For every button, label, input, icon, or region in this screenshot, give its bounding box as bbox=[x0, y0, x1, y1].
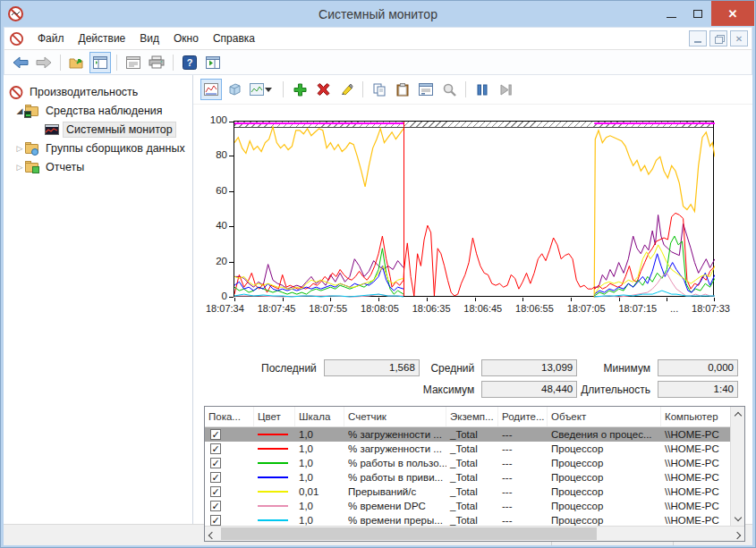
vertical-scrollbar[interactable] bbox=[730, 407, 744, 526]
show-checkbox[interactable]: ✓ bbox=[210, 429, 221, 440]
column-header-2[interactable]: Шкала bbox=[295, 407, 344, 426]
parent-cell: --- bbox=[498, 485, 548, 499]
parent-cell: --- bbox=[498, 427, 548, 442]
freeze-display-button[interactable] bbox=[471, 79, 493, 100]
tree-item-performance[interactable]: Производительность bbox=[4, 82, 192, 101]
reports-folder-icon bbox=[25, 161, 39, 173]
expander-collapsed-icon[interactable]: ▷ bbox=[14, 144, 25, 153]
mdi-close-button[interactable]: ✕ bbox=[730, 30, 748, 46]
color-swatch bbox=[258, 448, 288, 450]
color-swatch bbox=[258, 505, 288, 507]
help-button[interactable]: ? bbox=[179, 52, 200, 73]
tree-item-reports[interactable]: ▷ Отчеты bbox=[4, 157, 192, 176]
x-axis-tick bbox=[378, 298, 379, 301]
computer-cell: \\HOME-PC bbox=[661, 427, 737, 442]
color-cell bbox=[254, 442, 295, 456]
highlighter-icon bbox=[340, 83, 353, 96]
minimize-button[interactable] bbox=[658, 1, 684, 26]
counter-row[interactable]: ✓0,01Прерываний/с_Total---Процессор\\HOM… bbox=[205, 485, 744, 499]
tree-item-system-monitor[interactable]: Системный монитор bbox=[4, 120, 192, 139]
counter-cell: Прерываний/с bbox=[344, 485, 446, 499]
highlight-button[interactable] bbox=[336, 79, 357, 100]
properties-button[interactable] bbox=[123, 52, 144, 73]
chart-properties-button[interactable] bbox=[415, 79, 437, 100]
console-tree: Производительность ◢ Средства наблюдения… bbox=[4, 75, 193, 524]
back-button[interactable] bbox=[10, 52, 31, 73]
counter-row[interactable]: ✓1,0% времени DPC_Total---Процессор\\HOM… bbox=[205, 499, 744, 513]
instance-cell: _Total bbox=[446, 499, 498, 513]
tree-item-label: Группы сборщиков данных bbox=[43, 141, 188, 156]
scrollbar-thumb[interactable] bbox=[221, 527, 597, 540]
zoom-button[interactable] bbox=[438, 79, 460, 100]
view-log-data-button[interactable] bbox=[224, 79, 245, 100]
chart-type-button[interactable] bbox=[247, 79, 277, 100]
horizontal-scrollbar[interactable] bbox=[205, 526, 744, 541]
show-checkbox[interactable]: ✓ bbox=[210, 443, 221, 454]
copy-properties-button[interactable] bbox=[369, 79, 390, 100]
chart-plot-area[interactable] bbox=[234, 121, 714, 297]
menu-действие[interactable]: Действие bbox=[72, 29, 133, 48]
color-swatch bbox=[258, 462, 288, 464]
column-header-3[interactable]: Счетчик bbox=[344, 407, 446, 426]
series-gold bbox=[234, 127, 403, 187]
show-checkbox[interactable]: ✓ bbox=[210, 472, 221, 483]
pause-icon bbox=[477, 84, 488, 96]
counter-row[interactable]: ✓1,0% работы в пользо..._Total---Процесс… bbox=[205, 456, 744, 470]
counter-row[interactable]: ✓1,0% времени преры..._Total---Процессор… bbox=[205, 513, 744, 526]
minimum-label: Минимум bbox=[581, 362, 654, 375]
y-axis-tick bbox=[229, 191, 234, 192]
instance-cell: _Total bbox=[446, 442, 498, 456]
paste-counter-list-button[interactable] bbox=[392, 79, 413, 100]
menu-окно[interactable]: Окно bbox=[166, 29, 206, 48]
x-axis-label: 18:07:15 bbox=[618, 303, 657, 314]
column-header-7[interactable]: Компьютер bbox=[661, 407, 737, 426]
add-counter-button[interactable] bbox=[289, 79, 310, 100]
show-checkbox[interactable]: ✓ bbox=[210, 515, 221, 526]
counter-row[interactable]: ✓1,0% загруженности ..._Total---Процессо… bbox=[205, 442, 744, 456]
scale-cell: 0,01 bbox=[295, 485, 344, 499]
scroll-down-icon[interactable] bbox=[731, 512, 744, 522]
close-button[interactable]: ✕ bbox=[711, 1, 754, 26]
mdi-minimize-button[interactable] bbox=[689, 30, 707, 46]
update-data-button[interactable] bbox=[495, 79, 516, 100]
menu-справка[interactable]: Справка bbox=[206, 29, 262, 48]
counter-row[interactable]: ✓1,0% загруженности ..._Total---Сведения… bbox=[205, 427, 744, 442]
expander-collapsed-icon[interactable]: ▷ bbox=[14, 163, 25, 172]
chevron-down-icon bbox=[265, 88, 272, 92]
maximize-button[interactable] bbox=[684, 1, 711, 26]
toolbar-separator bbox=[283, 81, 284, 97]
scroll-up-icon[interactable] bbox=[731, 410, 744, 420]
color-cell bbox=[254, 470, 295, 485]
print-button[interactable] bbox=[146, 52, 167, 73]
column-header-4[interactable]: Экземп... bbox=[446, 407, 498, 426]
toolbar-separator bbox=[60, 55, 61, 71]
x-axis-label: 18:08:05 bbox=[361, 303, 399, 314]
last-value: 1,568 bbox=[324, 359, 420, 376]
counter-row[interactable]: ✓1,0% работы в приви..._Total---Процессо… bbox=[205, 470, 744, 485]
x-axis-label: 18:06:45 bbox=[463, 303, 502, 314]
export-button[interactable] bbox=[66, 52, 88, 73]
forward-button[interactable] bbox=[33, 52, 55, 73]
column-header-0[interactable]: Пока... bbox=[205, 407, 254, 426]
column-header-5[interactable]: Родите... bbox=[498, 407, 548, 426]
toolbar-separator bbox=[465, 81, 466, 97]
delete-counter-button[interactable] bbox=[312, 79, 334, 100]
x-axis-label: 18:07:55 bbox=[309, 303, 347, 314]
object-cell: Процессор bbox=[548, 470, 661, 485]
scroll-left-icon[interactable] bbox=[205, 530, 219, 540]
column-header-1[interactable]: Цвет bbox=[254, 407, 295, 426]
show-checkbox[interactable]: ✓ bbox=[210, 486, 221, 497]
toggle-console-tree-button[interactable] bbox=[89, 52, 111, 73]
mdi-restore-button[interactable] bbox=[709, 30, 727, 46]
scroll-right-icon[interactable] bbox=[730, 530, 744, 540]
show-checkbox[interactable]: ✓ bbox=[210, 501, 221, 511]
menu-вид[interactable]: Вид bbox=[132, 29, 166, 48]
color-swatch bbox=[258, 519, 288, 521]
show-checkbox[interactable]: ✓ bbox=[210, 458, 221, 468]
tree-item-monitoring-tools[interactable]: ◢ Средства наблюдения bbox=[4, 101, 192, 120]
tree-item-data-collector-sets[interactable]: ▷ Группы сборщиков данных bbox=[4, 139, 192, 157]
new-window-button[interactable] bbox=[202, 52, 224, 73]
menu-файл[interactable]: Файл bbox=[30, 29, 72, 48]
column-header-6[interactable]: Объект bbox=[548, 407, 661, 426]
view-chart-button[interactable] bbox=[200, 79, 222, 100]
